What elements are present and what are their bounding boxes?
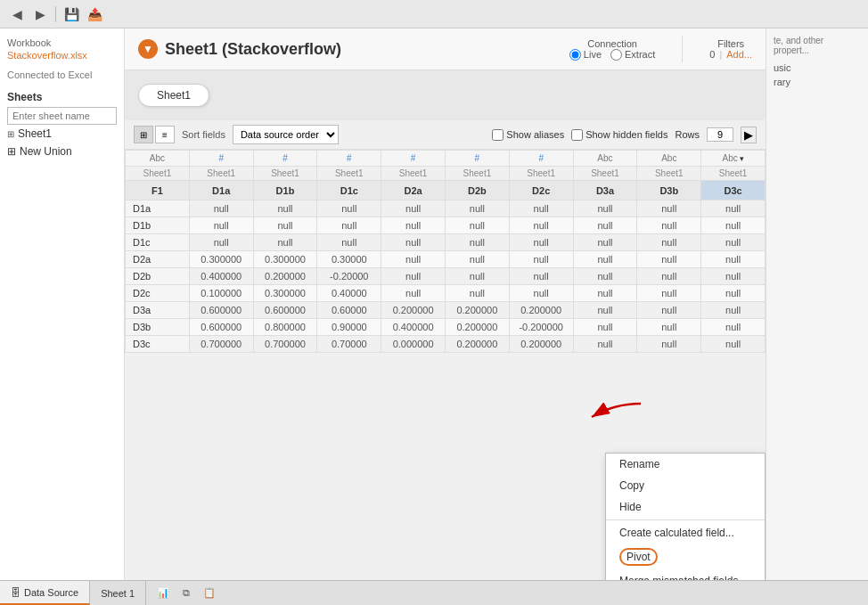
datasource-tab[interactable]: 🗄 Data Source	[0, 581, 90, 605]
src-d2b: Sheet1	[445, 167, 509, 181]
export-button[interactable]: 📤	[85, 4, 104, 24]
table-row: D1anullnullnullnullnullnullnullnullnull	[126, 200, 766, 217]
sidebar: Workbook Stackoverflow.xlsx Connected to…	[0, 29, 125, 580]
col-type-d1a: #	[189, 151, 253, 167]
data-cell: 0.90000	[317, 319, 381, 336]
filters-label: Filters	[717, 38, 744, 49]
ctx-create-calculated[interactable]: Create calculated field...	[606, 522, 765, 544]
data-cell: 0.600000	[189, 302, 253, 319]
col-d2c[interactable]: D2c	[509, 181, 573, 200]
data-cell: null	[701, 268, 766, 285]
table-row: D1cnullnullnullnullnullnullnullnullnull	[126, 234, 766, 251]
filters-number: 0	[709, 49, 715, 60]
connection-label: Connection	[587, 38, 637, 49]
sort-fields-label: Sort fields	[182, 129, 225, 140]
col-d1a[interactable]: D1a	[189, 181, 253, 200]
col-d3a[interactable]: D3a	[573, 181, 637, 200]
duplicate-button[interactable]: ⧉	[176, 584, 196, 603]
col-f1[interactable]: F1	[126, 181, 190, 200]
num-type-icon-4: #	[411, 153, 416, 163]
add-filter-link[interactable]: Add...	[726, 49, 752, 60]
col-d3b[interactable]: D3b	[637, 181, 701, 200]
col-dropdown-arrow[interactable]: ▾	[740, 154, 744, 163]
src-d1a: Sheet1	[189, 167, 253, 181]
row-label-cell: D3b	[126, 319, 190, 336]
connected-text: Connected to Excel	[7, 69, 117, 80]
sidebar-sheet-item[interactable]: ⊞ Sheet1	[7, 125, 117, 143]
data-cell: null	[637, 251, 701, 268]
rows-go-button[interactable]: ▶	[741, 127, 757, 143]
sheet-pill[interactable]: Sheet1	[138, 84, 209, 107]
add-sheet-button[interactable]: 📊	[153, 584, 173, 603]
sort-select[interactable]: Data source order	[233, 125, 339, 144]
src-d3b: Sheet1	[637, 167, 701, 181]
extract-radio[interactable]	[610, 49, 622, 61]
col-d2a[interactable]: D2a	[381, 181, 446, 200]
data-cell: null	[573, 234, 637, 251]
ctx-copy[interactable]: Copy	[606, 475, 765, 496]
data-cell: null	[381, 251, 446, 268]
data-cell: 0.700000	[253, 336, 317, 353]
show-aliases-label: Show aliases	[506, 129, 564, 140]
save-button[interactable]: 💾	[61, 4, 81, 24]
sheet1-tab[interactable]: Sheet 1	[90, 581, 146, 605]
workbook-value[interactable]: Stackoverflow.xlsx	[7, 50, 117, 61]
src-d2a: Sheet1	[381, 167, 446, 181]
data-cell: null	[573, 217, 637, 234]
src-d1b: Sheet1	[253, 167, 317, 181]
toolbar: ◀ ▶ 💾 📤	[0, 0, 868, 29]
col-type-d3c-dropdown: Abc ▾	[707, 153, 759, 163]
rows-input[interactable]	[707, 127, 733, 142]
data-cell: null	[381, 285, 446, 302]
filters-count-row: 0 | Add...	[709, 49, 752, 60]
col-d3c[interactable]: D3c	[701, 181, 766, 200]
data-cell: null	[253, 217, 317, 234]
sheet-header: ▼ Sheet1 (Stackoverflow) Connection Live	[125, 29, 766, 70]
show-hidden-option[interactable]: Show hidden fields	[571, 129, 667, 141]
data-table: Abc # # # # # # Abc Abc	[125, 150, 766, 353]
text-type-icon-4: Abc	[722, 153, 737, 163]
data-cell: null	[701, 285, 766, 302]
toolbar-separator	[55, 6, 56, 22]
props-text-2: usic	[774, 62, 861, 73]
list-view-button[interactable]: ≡	[155, 126, 175, 143]
extract-option[interactable]: Extract	[610, 49, 655, 61]
data-cell: 0.700000	[189, 336, 253, 353]
data-cell: 0.200000	[445, 319, 509, 336]
forward-button[interactable]: ▶	[30, 4, 50, 24]
data-cell: null	[573, 251, 637, 268]
table-body: D1anullnullnullnullnullnullnullnullnullD…	[126, 200, 766, 353]
data-cell: null	[509, 200, 573, 217]
show-aliases-checkbox[interactable]	[492, 129, 504, 141]
data-cell: null	[253, 234, 317, 251]
header-divider	[682, 36, 683, 62]
grid-view-button[interactable]: ⊞	[134, 126, 153, 143]
live-option[interactable]: Live	[569, 49, 602, 61]
live-radio[interactable]	[569, 49, 581, 61]
data-cell: 0.800000	[253, 319, 317, 336]
new-union-item[interactable]: ⊞ New Union	[7, 143, 117, 160]
page-title: Sheet1 (Stackoverflow)	[165, 40, 341, 59]
show-aliases-option[interactable]: Show aliases	[492, 129, 564, 141]
data-cell: null	[381, 217, 446, 234]
data-cell: null	[253, 200, 317, 217]
sheet-search-input[interactable]	[7, 107, 117, 125]
col-d1c[interactable]: D1c	[317, 181, 381, 200]
data-cell: null	[381, 200, 446, 217]
ctx-pivot[interactable]: Pivot	[606, 544, 765, 570]
ctx-hide[interactable]: Hide	[606, 496, 765, 518]
source-header-row: Sheet1 Sheet1 Sheet1 Sheet1 Sheet1 Sheet…	[126, 167, 766, 181]
connection-section: Connection Live Extract	[569, 38, 655, 61]
data-cell: -0.200000	[509, 319, 573, 336]
data-cell: 0.30000	[317, 251, 381, 268]
col-d1b[interactable]: D1b	[253, 181, 317, 200]
ctx-rename[interactable]: Rename	[606, 454, 765, 475]
new-sheet-button[interactable]: 📋	[200, 584, 219, 603]
table-row: D2c0.1000000.3000000.40000nullnullnullnu…	[126, 285, 766, 302]
show-hidden-checkbox[interactable]	[571, 129, 583, 141]
back-button[interactable]: ◀	[7, 4, 27, 24]
ctx-merge[interactable]: Merge mismatched fields	[606, 570, 765, 580]
sheet-circle-icon: ▼	[138, 39, 158, 59]
data-cell: null	[509, 217, 573, 234]
col-d2b[interactable]: D2b	[445, 181, 509, 200]
